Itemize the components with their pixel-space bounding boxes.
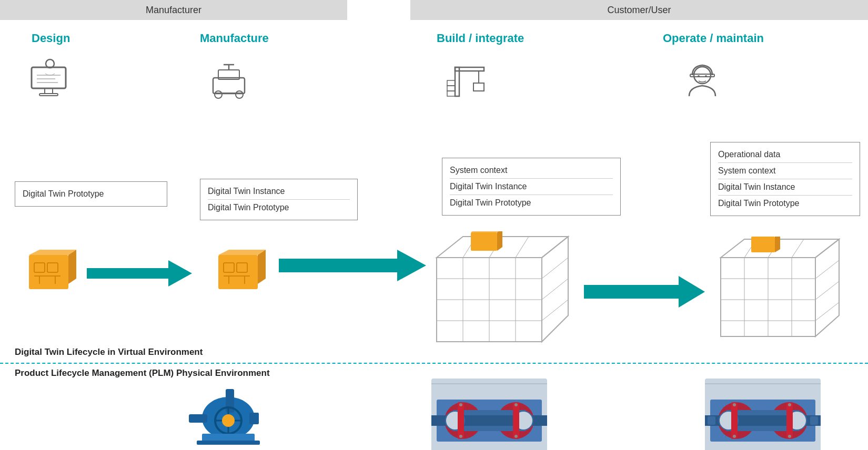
- svg-line-48: [516, 237, 529, 258]
- svg-rect-89: [458, 402, 464, 439]
- svg-line-64: [792, 239, 804, 258]
- svg-point-94: [514, 435, 518, 438]
- build-icon-area: [445, 57, 492, 106]
- svg-rect-74: [202, 434, 255, 442]
- design-orange-cube-icon: [26, 247, 79, 294]
- operate-system-context-row: System context: [718, 163, 852, 179]
- assembly-area: Assembly: [431, 379, 547, 450]
- svg-rect-111: [708, 416, 715, 425]
- customer-header: Customer/User: [410, 0, 868, 20]
- operate-info-box: Operational data System context Digital …: [710, 142, 860, 216]
- customer-label: Customer/User: [607, 5, 671, 16]
- manufacture-machine-icon: [205, 57, 253, 104]
- svg-marker-31: [87, 260, 192, 287]
- header-gap: [347, 0, 410, 20]
- crane-icon: [445, 57, 492, 104]
- svg-point-92: [459, 435, 462, 438]
- operate-twin-instance-row: Digital Twin Instance: [718, 179, 852, 196]
- svg-rect-112: [810, 416, 818, 425]
- svg-marker-38: [279, 250, 426, 281]
- manufacture-twin-prototype-row: Digital Twin Prototype: [208, 200, 350, 216]
- manufacture-icon-area: [205, 57, 253, 106]
- svg-rect-2: [39, 94, 58, 96]
- svg-rect-90: [513, 402, 519, 439]
- build-system-context-row: System context: [450, 162, 613, 179]
- phase-design-label: Design: [32, 32, 70, 45]
- svg-rect-20: [447, 80, 455, 86]
- build-twin-box: System context Digital Twin Instance Dig…: [442, 158, 621, 216]
- svg-rect-18: [447, 86, 455, 91]
- system-area: System: [705, 379, 821, 450]
- svg-line-51: [542, 279, 568, 300]
- manufacturer-label: Manufacturer: [146, 5, 201, 16]
- svg-point-10: [236, 91, 243, 98]
- manufacture-orange-cube-icon: [216, 247, 268, 294]
- system-photo-icon: [705, 379, 821, 450]
- arrow-build-to-operate: [584, 273, 705, 310]
- design-orange-box-area: [26, 247, 79, 296]
- operate-twin-prototype-row: Digital Twin Prototype: [718, 196, 852, 211]
- svg-point-110: [788, 435, 791, 438]
- manufacture-twin-instance-row: Digital Twin Instance: [208, 183, 350, 200]
- manufacture-orange-box-area: [216, 247, 268, 296]
- svg-rect-68: [751, 237, 775, 252]
- operate-grid-cube-icon: [715, 237, 852, 342]
- svg-rect-75: [197, 441, 260, 445]
- svg-point-9: [215, 91, 222, 98]
- svg-rect-19: [447, 91, 455, 96]
- svg-point-24: [705, 75, 707, 77]
- design-twin-prototype-row: Digital Twin Prototype: [23, 186, 159, 202]
- svg-marker-54: [584, 276, 705, 308]
- design-info-box: Digital Twin Prototype: [15, 181, 167, 207]
- arrow-manufacture-to-build: [279, 247, 426, 284]
- arrow-2: [279, 247, 426, 286]
- build-twin-prototype-row: Digital Twin Prototype: [450, 195, 613, 211]
- build-twin-instance-row: Digital Twin Instance: [450, 179, 613, 195]
- svg-line-66: [815, 281, 839, 300]
- svg-rect-105: [731, 402, 738, 439]
- build-grid-cube-icon: [431, 231, 579, 347]
- pump-icon: [186, 379, 270, 447]
- svg-rect-80: [249, 413, 259, 424]
- phase-operate-label: Operate / maintain: [663, 32, 764, 45]
- svg-line-65: [815, 260, 839, 279]
- assembly-photo-icon: [431, 379, 547, 450]
- arrow-3: [584, 273, 705, 312]
- svg-line-50: [542, 258, 568, 279]
- svg-line-52: [542, 300, 568, 321]
- svg-rect-106: [786, 402, 793, 439]
- phase-manufacture-label: Manufacture: [200, 32, 269, 45]
- design-person-icon: [26, 57, 74, 104]
- design-twin-box: Digital Twin Prototype: [15, 181, 167, 207]
- operate-operational-data-row: Operational data: [718, 147, 852, 163]
- manufacture-info-box: Digital Twin Instance Digital Twin Proto…: [200, 179, 358, 220]
- operate-twin-box: Operational data System context Digital …: [710, 142, 860, 216]
- operate-icon-area: [679, 57, 726, 106]
- svg-point-91: [459, 403, 462, 406]
- arrow-1: [87, 258, 192, 291]
- svg-point-107: [733, 403, 736, 406]
- svg-rect-53: [471, 232, 497, 251]
- plm-label: Product Lifecycle Management (PLM) Physi…: [15, 368, 270, 379]
- svg-point-93: [514, 403, 518, 406]
- design-icon-area: [26, 57, 74, 106]
- svg-point-109: [788, 403, 791, 406]
- build-grid-cube-area: [431, 231, 579, 349]
- virtual-environment-label: Digital Twin Lifecycle in Virtual Enviro…: [15, 347, 203, 357]
- phase-build-label: Build / integrate: [437, 32, 524, 45]
- manufacture-twin-box: Digital Twin Instance Digital Twin Proto…: [200, 179, 358, 220]
- section-divider: [0, 363, 868, 364]
- svg-rect-17: [473, 83, 484, 91]
- svg-point-23: [698, 75, 700, 77]
- svg-point-108: [733, 435, 736, 438]
- physical-asset-area: Physical Asset Instance: [168, 379, 288, 450]
- arrow-design-to-manufacture: [87, 258, 192, 289]
- svg-point-21: [694, 67, 711, 84]
- svg-point-73: [222, 414, 235, 427]
- svg-rect-70: [189, 414, 207, 423]
- build-info-box: System context Digital Twin Instance Dig…: [442, 158, 621, 216]
- operator-icon: [679, 57, 726, 104]
- operate-grid-cube-area: [715, 237, 852, 344]
- svg-rect-0: [32, 67, 66, 88]
- manufacturer-header: Manufacturer: [0, 0, 347, 20]
